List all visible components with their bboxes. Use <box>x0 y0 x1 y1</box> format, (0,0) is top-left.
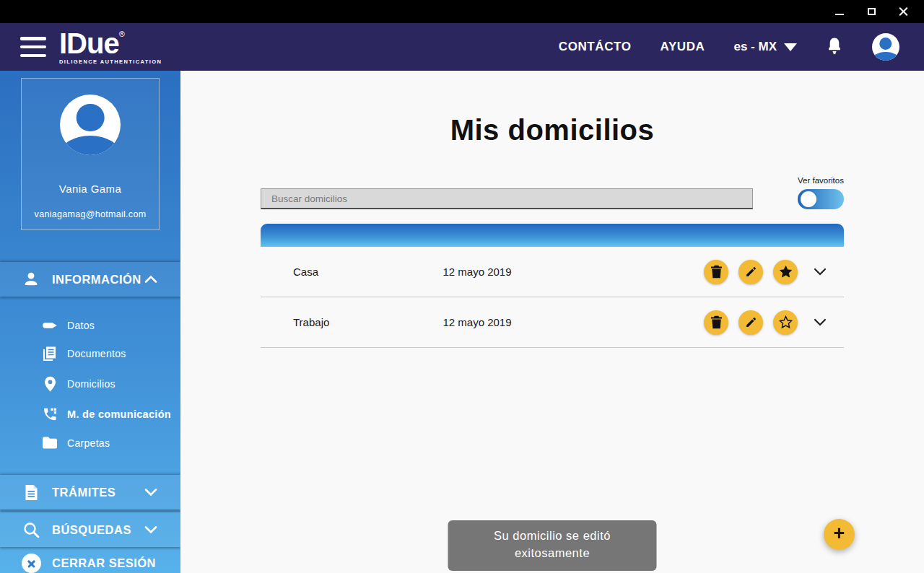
sidebar-item-datos[interactable]: Datos <box>42 320 180 331</box>
minimize-icon <box>835 14 844 15</box>
table-row: Trabajo 12 mayo 2019 <box>261 297 844 348</box>
sidebar-section-informacion[interactable]: INFORMACIÓN <box>0 262 180 297</box>
person-icon <box>22 271 40 288</box>
id-card-icon <box>42 321 58 330</box>
main-content: Mis domicilios Ver favoritos Casa 12 may… <box>180 71 924 573</box>
sidebar-item-label: M. de comunicación <box>67 408 171 420</box>
trash-icon <box>710 265 723 279</box>
chevron-down-icon <box>144 525 157 534</box>
chevron-up-icon <box>144 275 157 284</box>
close-circle-icon <box>22 554 41 573</box>
bell-icon <box>826 37 843 56</box>
toast-line1: Su domicilio se editó <box>457 528 648 545</box>
chevron-down-icon <box>814 318 827 326</box>
table-header-bar <box>261 224 844 247</box>
favorites-toggle[interactable] <box>798 189 844 209</box>
sidebar-section-busquedas[interactable]: BÚSQUEDAS <box>0 512 180 547</box>
logout-button[interactable]: CERRAR SESIÓN <box>0 554 180 573</box>
location-pin-icon <box>42 376 58 392</box>
avatar <box>872 33 899 61</box>
plus-icon: + <box>834 524 845 543</box>
user-avatar-button[interactable] <box>872 33 899 61</box>
profile-card: Vania Gama vaniagamag@hotmail.com <box>21 78 160 230</box>
table-row: Casa 12 mayo 2019 <box>261 247 844 297</box>
trash-icon <box>710 315 723 329</box>
phone-icon <box>42 406 58 422</box>
expand-row-button[interactable] <box>814 268 827 276</box>
sidebar: Vania Gama vaniagamag@hotmail.com INFORM… <box>0 71 180 573</box>
sidebar-item-carpetas[interactable]: Carpetas <box>42 437 180 449</box>
addresses-table: Casa 12 mayo 2019 Trabajo 12 mayo 2019 <box>261 224 844 348</box>
toggle-knob <box>801 191 816 207</box>
sidebar-section-label: BÚSQUEDAS <box>52 523 131 537</box>
avatar <box>60 95 121 155</box>
nav-link-contacto[interactable]: CONTÁCTO <box>559 40 632 54</box>
hamburger-menu-button[interactable] <box>20 37 46 57</box>
expand-row-button[interactable] <box>814 318 827 326</box>
language-selector[interactable]: es - MX <box>733 40 797 54</box>
delete-button[interactable] <box>704 310 728 335</box>
profile-email: vaniagamag@hotmail.com <box>35 209 147 219</box>
chevron-down-icon <box>814 268 827 276</box>
delete-button[interactable] <box>704 260 728 284</box>
edit-button[interactable] <box>738 310 763 335</box>
nav-link-ayuda[interactable]: AYUDA <box>661 40 705 54</box>
address-name: Trabajo <box>261 316 376 328</box>
brand-name: IDue <box>59 27 119 59</box>
window-titlebar <box>0 0 924 23</box>
page-title: Mis domicilios <box>261 114 844 146</box>
window-close-button[interactable] <box>892 3 914 20</box>
sidebar-item-documentos[interactable]: Documentos <box>42 346 180 362</box>
sidebar-item-m-de-comunicacion[interactable]: M. de comunicación <box>42 406 180 422</box>
notifications-button[interactable] <box>826 37 843 58</box>
toast-notification: Su domicilio se editó exitosamente <box>448 520 657 571</box>
add-address-button[interactable]: + <box>824 519 855 550</box>
registered-mark: ® <box>119 30 125 38</box>
chevron-down-icon <box>144 488 157 497</box>
address-list: Casa 12 mayo 2019 Trabajo 12 mayo 2019 <box>261 247 844 348</box>
logout-label: CERRAR SESIÓN <box>52 556 156 570</box>
sidebar-item-label: Carpetas <box>67 437 110 449</box>
favorite-button[interactable] <box>773 260 798 284</box>
address-name: Casa <box>261 266 376 278</box>
window-maximize-button[interactable] <box>860 3 882 20</box>
folder-icon <box>42 437 58 449</box>
documents-icon <box>42 346 58 362</box>
pencil-icon <box>745 266 757 278</box>
brand-tagline: DILIGENCE AUTHENTICATION <box>59 59 162 65</box>
sidebar-section-label: TRÁMITES <box>52 486 116 499</box>
search-input[interactable] <box>261 188 753 209</box>
window-minimize-button[interactable] <box>829 3 850 20</box>
sidebar-section-label: INFORMACIÓN <box>52 273 141 286</box>
close-icon <box>899 7 908 17</box>
sidebar-item-label: Documentos <box>67 348 126 359</box>
favorites-toggle-label: Ver favoritos <box>798 176 844 185</box>
toast-line2: exitosamente <box>457 545 648 562</box>
sidebar-submenu-informacion: Datos Documentos Domicilios M. de comuni… <box>0 297 180 475</box>
sidebar-item-label: Domicilios <box>67 378 116 390</box>
hamburger-icon <box>20 37 46 40</box>
favorite-button[interactable] <box>773 310 798 335</box>
edit-button[interactable] <box>738 260 763 284</box>
address-date: 12 mayo 2019 <box>376 266 578 278</box>
search-icon <box>22 522 40 538</box>
chevron-down-icon <box>784 43 797 51</box>
address-date: 12 mayo 2019 <box>376 316 578 328</box>
favorite-star-icon <box>779 315 793 329</box>
sidebar-section-tramites[interactable]: TRÁMITES <box>0 475 180 509</box>
language-value: es - MX <box>733 40 777 54</box>
pencil-icon <box>745 316 757 328</box>
profile-name: Vania Gama <box>59 183 121 195</box>
app-navbar: IDue® DILIGENCE AUTHENTICATION CONTÁCTO … <box>0 23 924 71</box>
maximize-icon <box>868 8 876 15</box>
sidebar-item-domicilios[interactable]: Domicilios <box>42 376 180 392</box>
sidebar-item-label: Datos <box>67 320 95 331</box>
favorite-star-icon <box>779 265 793 279</box>
app-logo: IDue® DILIGENCE AUTHENTICATION <box>59 29 162 65</box>
document-icon <box>22 484 40 501</box>
